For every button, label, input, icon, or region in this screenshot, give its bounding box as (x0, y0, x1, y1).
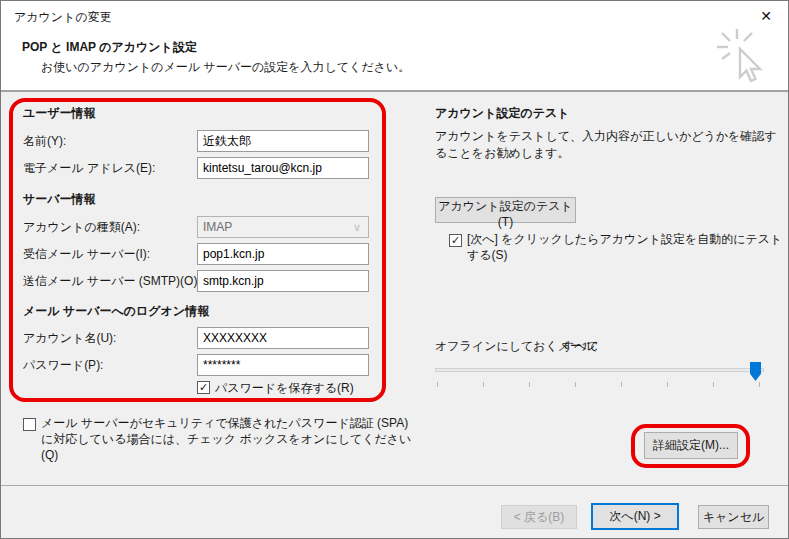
password-label: パスワード(P): (23, 357, 103, 374)
account-type-dropdown: IMAP ∨ (197, 216, 369, 238)
name-label: 名前(Y): (23, 133, 66, 150)
account-type-value: IMAP (203, 220, 232, 234)
close-icon[interactable]: ✕ (749, 5, 783, 28)
window-title: アカウントの変更 (14, 9, 112, 26)
page-title: POP と IMAP のアカウント設定 (22, 39, 197, 56)
account-name-label: アカウント名(U): (23, 330, 116, 347)
title-bar: アカウントの変更 ✕ (1, 1, 789, 31)
back-button: < 戻る(B) (501, 505, 577, 529)
mouse-cursor-click-watermark-icon (713, 27, 777, 90)
spa-checkbox[interactable] (23, 418, 36, 431)
account-test-description: アカウントをテストして、入力内容が正しいかどうかを確認することをお勧めします。 (435, 128, 787, 162)
button-bar: < 戻る(B) 次へ(N) > キャンセル (1, 485, 789, 539)
offline-mail-value: すべて (562, 338, 599, 355)
section-account-test: アカウント設定のテスト (435, 105, 570, 122)
page-subtitle: お使いのアカウントのメール サーバーの設定を入力してください。 (41, 59, 410, 76)
auto-test-label: [次へ] をクリックしたらアカウント設定を自動的にテストする(S) (467, 231, 789, 263)
incoming-server-label: 受信メール サーバー(I): (23, 246, 150, 263)
section-logon-info: メール サーバーへのログオン情報 (23, 303, 209, 320)
password-field[interactable] (197, 354, 369, 376)
spa-label: メール サーバーがセキュリティで保護されたパスワード認証 (SPA) に対応して… (41, 415, 423, 463)
slider-tick-marks (435, 382, 764, 388)
save-password-label: パスワードを保存する(R) (215, 380, 354, 396)
cancel-button[interactable]: キャンセル (698, 505, 769, 529)
advanced-settings-button[interactable]: 詳細設定(M)... (644, 432, 738, 459)
account-type-label: アカウントの種類(A): (23, 219, 140, 236)
outgoing-server-field[interactable] (197, 270, 369, 292)
outgoing-server-label: 送信メール サーバー (SMTP)(O): (23, 273, 201, 290)
offline-mail-slider-track[interactable] (435, 368, 764, 372)
change-account-dialog: アカウントの変更 ✕ POP と IMAP のアカウント設定 お使いのアカウント… (0, 0, 789, 539)
section-server-info: サーバー情報 (23, 191, 96, 208)
name-field[interactable] (197, 130, 369, 152)
account-name-field[interactable] (197, 327, 369, 349)
dialog-body: ユーザー情報 名前(Y): 電子メール アドレス(E): サーバー情報 アカウン… (1, 92, 789, 485)
email-field[interactable] (197, 157, 369, 179)
offline-mail-slider-thumb[interactable] (750, 362, 761, 381)
email-label: 電子メール アドレス(E): (23, 160, 155, 177)
incoming-server-field[interactable] (197, 243, 369, 265)
save-password-checkbox[interactable]: ✓ (197, 381, 210, 394)
chevron-down-icon: ∨ (348, 219, 366, 235)
next-button[interactable]: 次へ(N) > (591, 503, 679, 530)
auto-test-checkbox[interactable]: ✓ (449, 234, 462, 247)
test-account-settings-button[interactable]: アカウント設定のテスト(T) (435, 197, 576, 223)
section-user-info: ユーザー情報 (23, 105, 96, 122)
